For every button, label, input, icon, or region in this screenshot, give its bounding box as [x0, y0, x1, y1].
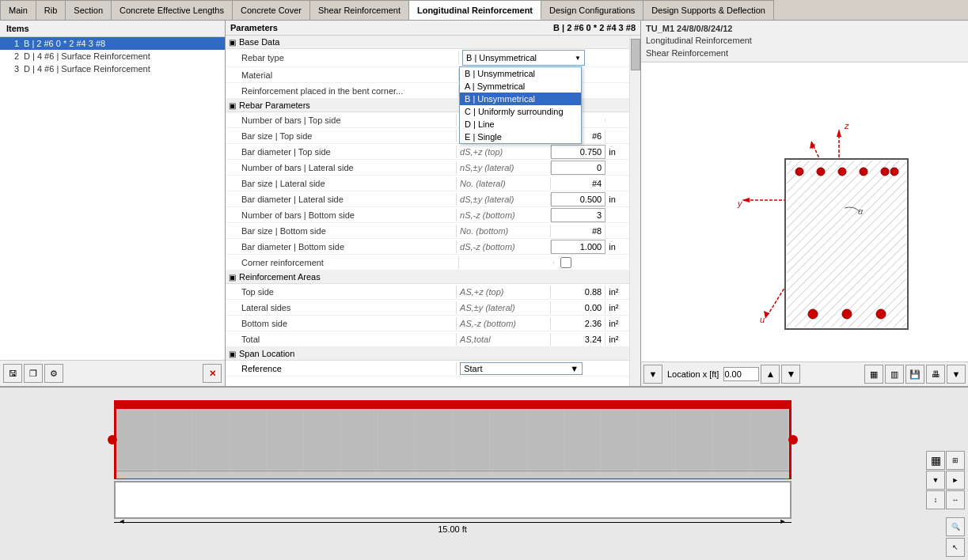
beam-container: ◄ ► 15.00 ft: [114, 400, 791, 534]
svg-point-23: [876, 309, 886, 319]
params-content: ▣ Base Data Rebar type B | Unsymmetrical…: [226, 36, 629, 386]
settings-button[interactable]: ⚙: [44, 364, 63, 383]
view-btn-5[interactable]: ↕: [926, 490, 945, 509]
svg-text:u: u: [760, 315, 765, 324]
grid2-icon: ▥: [890, 369, 898, 380]
beam-lower-rect: [114, 481, 791, 519]
dimension-value: 15.00 ft: [438, 524, 467, 534]
beam-cell: [713, 411, 750, 469]
tab-concrete-cover[interactable]: Concrete Cover: [233, 0, 310, 20]
tab-design-configurations[interactable]: Design Configurations: [541, 0, 643, 20]
save-view-button[interactable]: 💾: [905, 365, 924, 384]
reinforcement-areas-group[interactable]: ▣ Reinforcement Areas: [226, 271, 629, 284]
copy-icon: ❐: [29, 369, 37, 379]
viz-content: z v y u: [641, 62, 968, 361]
more-icon: ▼: [952, 369, 961, 379]
rebar-type-value[interactable]: B | Unsymmetrical ▼ B | Unsymmetrical A …: [459, 49, 629, 66]
rebar-option-a-symmetrical[interactable]: A | Symmetrical: [460, 80, 581, 93]
grid-view-button1[interactable]: ▦: [864, 365, 883, 384]
reference-dropdown[interactable]: Start ▼: [460, 362, 583, 375]
chevron-right-icon: ►: [952, 476, 959, 484]
dropdown-arrow-icon: ▼: [575, 55, 581, 62]
rebar-type-dropdown[interactable]: B | Unsymmetrical ▼: [462, 50, 585, 66]
grid-icon-1: ▦: [931, 454, 941, 467]
scrollbar-thumb[interactable]: [631, 39, 640, 70]
copy-button[interactable]: ❐: [24, 364, 43, 383]
cursor-icon: ↖: [952, 543, 959, 551]
zoom-in-icon: 🔍: [951, 523, 960, 531]
rebar-option-c-uniformly[interactable]: C | Uniformly surrounding: [460, 105, 581, 118]
param-row: Bar diameter | Lateral side dS,±y (later…: [226, 191, 629, 207]
add-button[interactable]: 🖫: [3, 364, 22, 383]
add-icon: 🖫: [9, 369, 17, 378]
arrows-icon: ↔: [952, 496, 959, 504]
view-btn-2[interactable]: ⊞: [946, 451, 965, 470]
tab-rib[interactable]: Rib: [36, 0, 66, 20]
rebar-option-d-line[interactable]: D | Line: [460, 118, 581, 131]
tab-section[interactable]: Section: [66, 0, 112, 20]
collapse-icon: ▣: [229, 273, 236, 282]
viz-toolbar: ▼ Location x [ft] ▲ ▼ ▦ ▥ 💾 🖶: [641, 361, 968, 386]
filter-button[interactable]: ▼: [643, 365, 662, 384]
view-btn-1[interactable]: ▦: [926, 451, 945, 470]
filter-icon: ▼: [649, 369, 658, 379]
beam-cell: [416, 411, 452, 469]
param-row: Top side AS,+z (top) 0.88 in²: [226, 284, 629, 300]
param-row: Number of bars | Lateral side nS,±y (lat…: [226, 160, 629, 176]
list-item[interactable]: 3 D | 4 #6 | Surface Reinforcement: [0, 62, 225, 75]
items-list: 1 B | 2 #6 0 * 2 #4 3 #8 2 D | 4 #6 | Su…: [0, 37, 225, 360]
viz-header: TU_M1 24/8/0/8/24/12 Longitudinal Reinfo…: [641, 21, 968, 62]
delete-icon: ✕: [209, 369, 216, 379]
collapse-icon: ▣: [229, 38, 236, 47]
base-data-group[interactable]: ▣ Base Data: [226, 36, 629, 49]
tab-concrete-effective-lengths[interactable]: Concrete Effective Lengths: [112, 0, 233, 20]
print-button[interactable]: 🖶: [926, 365, 945, 384]
beam-cell: [490, 411, 526, 469]
rebar-option-b-unsymmetrical[interactable]: B | Unsymmetrical: [460, 67, 581, 80]
svg-point-19: [881, 168, 889, 176]
beam-cell: [304, 411, 340, 469]
svg-point-21: [808, 309, 818, 319]
settings-icon: ⚙: [50, 369, 58, 379]
param-row: Bottom side AS,-z (bottom) 2.36 in²: [226, 316, 629, 331]
more-button[interactable]: ▼: [947, 365, 966, 384]
cursor-button[interactable]: ↖: [946, 538, 965, 557]
corner-reinforcement-row: Corner reinforcement: [226, 255, 629, 271]
list-item[interactable]: 2 D | 4 #6 | Surface Reinforcement: [0, 50, 225, 62]
tab-design-supports-deflection[interactable]: Design Supports & Deflection: [643, 0, 774, 20]
delete-button[interactable]: ✕: [203, 364, 222, 383]
beam-view: ◄ ► 15.00 ft: [0, 388, 905, 560]
view-btn-6[interactable]: ↔: [946, 490, 965, 509]
reference-row: Reference Start ▼: [226, 361, 629, 376]
svg-point-18: [860, 168, 867, 176]
span-location-group[interactable]: ▣ Span Location: [226, 347, 629, 361]
param-row: Bar diameter | Top side dS,+z (top) 0.75…: [226, 144, 629, 160]
beam-cell: [192, 411, 229, 469]
grid-view-button2[interactable]: ▥: [885, 365, 904, 384]
view-btn-3[interactable]: ▼: [926, 471, 945, 490]
svg-text:α: α: [858, 206, 864, 216]
svg-rect-14: [787, 161, 906, 327]
list-item[interactable]: 1 B | 2 #6 0 * 2 #4 3 #8: [0, 37, 225, 50]
tab-main[interactable]: Main: [0, 0, 36, 20]
view-btn-4[interactable]: ►: [946, 471, 965, 490]
tab-shear-reinforcement[interactable]: Shear Reinforcement: [310, 0, 409, 20]
param-row: Bar size | Lateral side No. (lateral) #4: [226, 176, 629, 191]
location-up[interactable]: ▲: [761, 365, 780, 384]
params-scrollbar[interactable]: [629, 36, 640, 386]
zoom-in-button[interactable]: 🔍: [946, 517, 965, 536]
rebar-option-b-active[interactable]: B | Unsymmetrical: [460, 93, 581, 105]
location-down[interactable]: ▼: [781, 365, 800, 384]
beam-bottom-stripe: [116, 471, 789, 479]
corner-reinforcement-checkbox[interactable]: [560, 257, 571, 268]
grid1-icon: ▦: [870, 369, 878, 380]
viz-panel: TU_M1 24/8/0/8/24/12 Longitudinal Reinfo…: [641, 21, 968, 386]
rebar-option-e-single[interactable]: E | Single: [460, 131, 581, 143]
location-input[interactable]: [723, 367, 759, 381]
svg-marker-5: [837, 129, 841, 137]
dimension-label: 15.00 ft: [114, 524, 791, 534]
tab-bar: Main Rib Section Concrete Effective Leng…: [0, 0, 968, 21]
tab-longitudinal-reinforcement[interactable]: Longitudinal Reinforcement: [409, 0, 541, 20]
beam-cell: [602, 411, 638, 469]
param-row: Number of bars | Bottom side nS,-z (bott…: [226, 207, 629, 223]
